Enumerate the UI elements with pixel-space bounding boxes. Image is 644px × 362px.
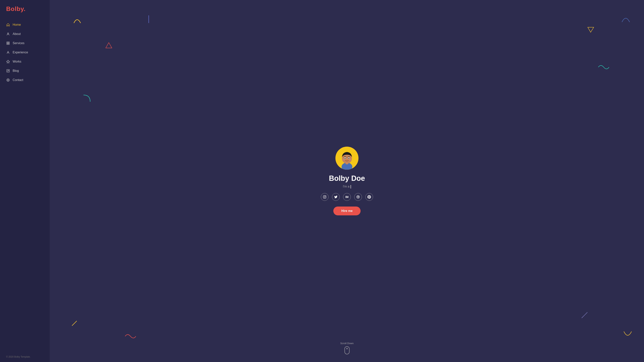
svg-rect-21 (323, 196, 326, 198)
deco-line-blue (148, 14, 150, 25)
twitter-icon[interactable] (332, 193, 340, 201)
svg-rect-4 (8, 44, 10, 44)
deco-line-dark (581, 311, 588, 320)
deco-triangle-red (106, 42, 112, 50)
home-icon (6, 23, 10, 27)
svg-point-6 (7, 79, 10, 82)
svg-rect-1 (7, 42, 8, 43)
svg-point-19 (343, 159, 345, 160)
svg-point-22 (324, 196, 326, 198)
nav-experience-label: Experience (13, 51, 28, 54)
scroll-label: Scroll Down (340, 342, 354, 345)
contact-icon (6, 78, 10, 82)
svg-point-18 (348, 158, 350, 159)
about-icon (6, 32, 10, 36)
sidebar-item-works[interactable]: Works (0, 57, 50, 66)
pinterest-icon[interactable] (365, 193, 373, 201)
sidebar-item-about[interactable]: About (0, 29, 50, 38)
logo-text: Bolby (6, 5, 24, 12)
nav-blog-label: Blog (13, 69, 19, 72)
sidebar-item-blog[interactable]: Blog (0, 66, 50, 76)
scroll-dot (346, 348, 347, 349)
nav-works-label: Works (13, 60, 21, 63)
nav-menu: Home About (0, 20, 50, 85)
works-icon (6, 60, 10, 64)
instagram-icon[interactable] (321, 193, 328, 201)
blog-icon (6, 69, 10, 73)
logo: Bolby. (0, 5, 50, 20)
svg-point-0 (8, 33, 9, 34)
scroll-mouse (344, 346, 350, 354)
deco-arc-yellow-top (73, 15, 82, 25)
deco-line-yellow (71, 320, 78, 328)
hero-section: Bolby Doe I'm a Bē (321, 147, 373, 215)
sidebar-item-experience[interactable]: Experience (0, 48, 50, 57)
deco-wave-red-bottom (125, 332, 136, 340)
services-icon (6, 41, 10, 45)
nav-services-label: Services (13, 42, 24, 45)
sidebar: Bolby. Home About (0, 0, 50, 362)
behance-icon[interactable]: Bē (343, 193, 351, 201)
hero-subtitle: I'm a (343, 185, 351, 188)
nav-about-label: About (13, 32, 21, 36)
deco-wave-teal (598, 63, 610, 71)
logo-dot: . (24, 5, 26, 12)
svg-rect-2 (8, 42, 10, 43)
svg-point-7 (8, 80, 9, 80)
scroll-down: Scroll Down (340, 342, 354, 354)
deco-triangle-yellow (588, 27, 594, 34)
avatar (336, 147, 358, 170)
svg-point-17 (345, 158, 346, 159)
sidebar-item-contact[interactable]: Contact (0, 76, 50, 85)
deco-arc-teal-left (82, 94, 91, 104)
nav-home-label: Home (13, 23, 21, 26)
experience-icon (6, 50, 10, 54)
sidebar-item-home[interactable]: Home (0, 20, 50, 29)
dribbble-icon[interactable] (354, 193, 362, 201)
deco-arc-blue-top-right (621, 14, 630, 24)
hire-me-button[interactable]: Hire me (333, 206, 361, 215)
social-icons-row: Bē (321, 193, 373, 201)
sidebar-item-services[interactable]: Services (0, 38, 50, 48)
footer-copyright: © 2020 Bolby Template. (0, 352, 50, 358)
nav-contact-label: Contact (13, 78, 23, 82)
deco-arc-yellow-bottom-right (623, 330, 632, 341)
svg-point-23 (325, 196, 326, 196)
svg-point-20 (349, 159, 351, 160)
text-cursor (350, 185, 351, 188)
hero-name: Bolby Doe (329, 174, 365, 182)
svg-line-10 (72, 321, 77, 326)
main-content: Bolby Doe I'm a Bē (50, 0, 644, 362)
svg-rect-3 (7, 44, 8, 44)
svg-line-9 (582, 312, 588, 318)
